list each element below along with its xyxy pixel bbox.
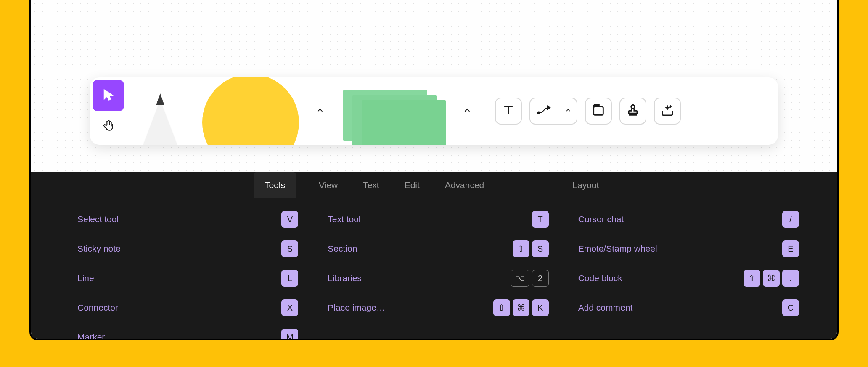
shortcut-keys: ⇧⌘K xyxy=(493,299,549,316)
shortcut-keys: V xyxy=(281,211,298,228)
chevron-up-icon xyxy=(315,106,325,117)
shape-tool-button[interactable] xyxy=(196,77,305,145)
canvas-area[interactable] xyxy=(31,0,837,172)
hand-icon xyxy=(102,119,115,134)
keyboard-shortcuts-panel: Tools View Text Edit Advanced Layout Sel… xyxy=(31,172,837,339)
hand-tool-button[interactable] xyxy=(93,111,124,142)
shortcut-row[interactable]: ConnectorX xyxy=(77,299,298,316)
shortcut-keys: M xyxy=(281,329,298,340)
connector-tool-button[interactable] xyxy=(529,98,577,125)
shortcut-label: Marker xyxy=(77,332,105,340)
shortcut-keys: E xyxy=(782,240,799,257)
tab-text[interactable]: Text xyxy=(360,172,382,198)
keycap: M xyxy=(281,329,298,340)
keycap: L xyxy=(281,270,298,287)
shortcut-keys: ⌥2 xyxy=(511,270,549,287)
keycap: 2 xyxy=(532,270,549,287)
keycap: ⇧ xyxy=(513,240,529,257)
shortcuts-column-2: Text toolTSection⇧SLibraries⌥2Place imag… xyxy=(328,211,548,340)
stamp-tool-button[interactable] xyxy=(619,98,646,125)
shortcut-row[interactable]: Sticky noteS xyxy=(77,240,298,257)
keycap: ⌘ xyxy=(513,299,529,316)
connector-icon xyxy=(536,103,553,119)
shortcuts-tabs: Tools View Text Edit Advanced Layout xyxy=(31,172,837,198)
svg-point-2 xyxy=(631,105,635,109)
pen-tool-button[interactable] xyxy=(124,77,196,145)
shape-options-button[interactable] xyxy=(305,77,335,145)
shortcut-keys: X xyxy=(281,299,298,316)
section-tool-button[interactable] xyxy=(585,98,612,125)
shortcut-row[interactable]: Cursor chat/ xyxy=(578,211,799,228)
cursor-icon xyxy=(102,88,115,103)
shortcut-label: Connector xyxy=(77,303,118,313)
tab-layout[interactable]: Layout xyxy=(570,172,601,198)
keycap: X xyxy=(281,299,298,316)
chevron-up-icon xyxy=(463,106,472,117)
shortcut-label: Libraries xyxy=(328,273,362,283)
shortcut-keys: L xyxy=(281,270,298,287)
keycap: E xyxy=(782,240,799,257)
sticky-note-tool-button[interactable] xyxy=(335,77,453,145)
shortcut-row[interactable]: Section⇧S xyxy=(328,240,548,257)
text-tool-button[interactable] xyxy=(495,98,522,125)
tab-view[interactable]: View xyxy=(316,172,340,198)
right-tool-group xyxy=(482,77,778,145)
shortcuts-column-3: Cursor chat/Emote/Stamp wheelECode block… xyxy=(578,211,799,340)
shortcut-keys: ⇧⌘. xyxy=(744,270,799,287)
app-window: Tools View Text Edit Advanced Layout Sel… xyxy=(29,0,839,340)
keycap: C xyxy=(782,299,799,316)
shortcut-row[interactable]: MarkerM xyxy=(77,329,298,340)
keycap: ⌥ xyxy=(511,270,529,287)
shortcut-label: Section xyxy=(328,244,357,254)
shortcut-row[interactable]: Select toolV xyxy=(77,211,298,228)
main-toolbar xyxy=(90,77,778,145)
shortcut-label: Cursor chat xyxy=(578,214,624,224)
svg-rect-1 xyxy=(594,107,603,115)
widgets-tool-button[interactable] xyxy=(654,98,681,125)
shortcut-label: Code block xyxy=(578,273,622,283)
keycap: ⌘ xyxy=(763,270,780,287)
chevron-up-icon xyxy=(565,107,572,115)
shortcut-label: Line xyxy=(77,273,94,283)
keycap: T xyxy=(532,211,549,228)
shortcut-label: Emote/Stamp wheel xyxy=(578,244,657,254)
tab-tools[interactable]: Tools xyxy=(254,172,296,198)
shortcut-row[interactable]: Add commentC xyxy=(578,299,799,316)
shortcut-row[interactable]: Code block⇧⌘. xyxy=(578,270,799,287)
keycap: / xyxy=(782,211,799,228)
tab-advanced[interactable]: Advanced xyxy=(442,172,487,198)
shortcut-row[interactable]: Libraries⌥2 xyxy=(328,270,548,287)
shortcut-keys: S xyxy=(281,240,298,257)
pen-icon xyxy=(143,94,177,145)
circle-shape-icon xyxy=(202,77,299,145)
connector-options-button[interactable] xyxy=(559,98,577,124)
shortcut-keys: C xyxy=(782,299,799,316)
text-icon xyxy=(501,103,516,119)
shortcuts-grid: Select toolVSticky noteSLineLConnectorXM… xyxy=(31,198,837,340)
keycap: V xyxy=(281,211,298,228)
shortcut-label: Add comment xyxy=(578,303,633,313)
keycap: S xyxy=(532,240,549,257)
sticky-note-icon xyxy=(343,90,444,145)
select-hand-group xyxy=(90,77,124,145)
keycap: . xyxy=(782,270,799,287)
select-tool-button[interactable] xyxy=(93,80,124,111)
shortcut-label: Sticky note xyxy=(77,244,121,254)
sparkle-tray-icon xyxy=(660,103,675,120)
tab-edit[interactable]: Edit xyxy=(402,172,422,198)
shortcut-label: Place image… xyxy=(328,303,385,313)
shortcut-keys: / xyxy=(782,211,799,228)
sticky-options-button[interactable] xyxy=(453,77,482,145)
shortcut-label: Select tool xyxy=(77,214,119,224)
shortcut-row[interactable]: Emote/Stamp wheelE xyxy=(578,240,799,257)
shortcut-row[interactable]: Text toolT xyxy=(328,211,548,228)
shortcut-keys: T xyxy=(532,211,549,228)
svg-point-0 xyxy=(538,112,540,114)
keycap: ⇧ xyxy=(493,299,510,316)
shortcut-keys: ⇧S xyxy=(513,240,549,257)
keycap: S xyxy=(281,240,298,257)
shortcut-row[interactable]: LineL xyxy=(77,270,298,287)
shortcuts-column-1: Select toolVSticky noteSLineLConnectorXM… xyxy=(77,211,298,340)
shortcut-label: Text tool xyxy=(328,214,360,224)
shortcut-row[interactable]: Place image…⇧⌘K xyxy=(328,299,548,316)
